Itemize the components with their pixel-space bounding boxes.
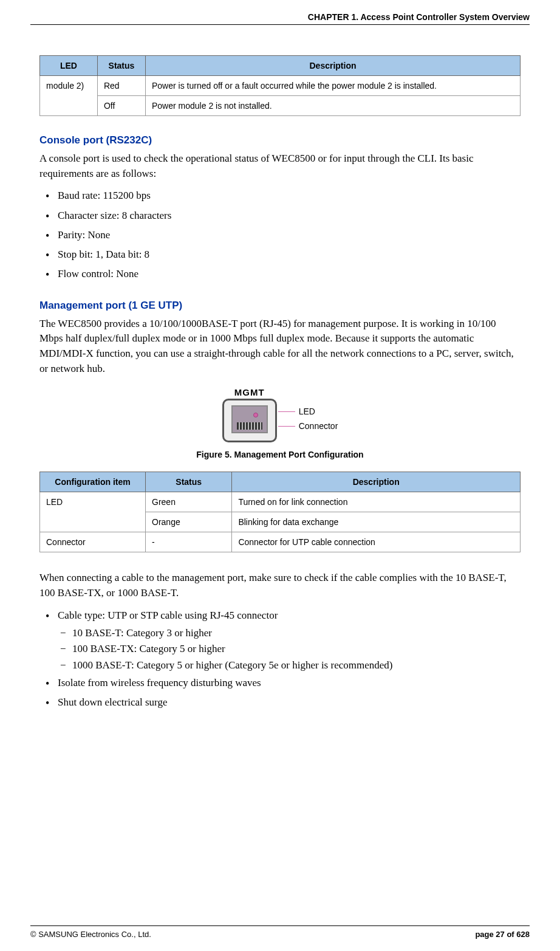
list-item: Isolate from wireless frequency disturbi…	[58, 673, 521, 693]
table-cell: Green	[146, 492, 232, 512]
rj45-port-icon	[222, 399, 277, 442]
console-port-intro: A console port is used to check the oper…	[39, 151, 521, 181]
port-label: MGMT	[222, 387, 277, 397]
table-cell: Connector for UTP cable connection	[232, 532, 521, 552]
list-item-text: Cable type: UTP or STP cable using RJ-45…	[58, 609, 278, 621]
mgmt-port-heading: Management port (1 GE UTP)	[39, 300, 521, 312]
list-item: Parity: None	[58, 225, 521, 245]
list-item: Cable type: UTP or STP cable using RJ-45…	[58, 606, 521, 673]
list-item: Shut down electrical surge	[58, 693, 521, 712]
table-header: Description	[232, 472, 521, 492]
table-cell: Blinking for data exchange	[232, 512, 521, 532]
mgmt-config-table: Configuration item Status Description LE…	[39, 472, 521, 552]
led-status-table: LED Status Description module 2) Red Pow…	[39, 55, 521, 116]
chapter-header: CHAPTER 1. Access Point Controller Syste…	[30, 12, 530, 25]
table-cell: Turned on for link connection	[232, 492, 521, 512]
list-item: Stop bit: 1, Data bit: 8	[58, 245, 521, 264]
rj45-pins-icon	[237, 422, 262, 430]
page-footer: © SAMSUNG Electronics Co., Ltd. page 27 …	[30, 925, 530, 939]
table-cell: LED	[40, 492, 146, 532]
figure-mgmt-port: MGMT LED Connector Figure 5. Management …	[39, 387, 521, 459]
footer-copyright: © SAMSUNG Electronics Co., Ltd.	[30, 930, 151, 939]
list-item: 10 BASE-T: Category 3 or higher	[72, 625, 521, 641]
table-cell: Connector	[40, 532, 146, 552]
cable-note: When connecting a cable to the managemen…	[39, 571, 521, 600]
table-header: Status	[97, 56, 145, 76]
table-cell: Power is turned off or a fault occurred …	[146, 76, 521, 96]
footer-page-number: page 27 of 628	[475, 930, 530, 939]
figure-caption: Figure 5. Management Port Configuration	[39, 450, 521, 459]
cable-sublist: 10 BASE-T: Category 3 or higher 100 BASE…	[58, 625, 521, 673]
table-cell: -	[146, 532, 232, 552]
table-cell: Red	[97, 76, 145, 96]
table-header: Description	[146, 56, 521, 76]
list-item: Character size: 8 characters	[58, 206, 521, 225]
table-cell: Orange	[146, 512, 232, 532]
table-cell: Power module 2 is not installed.	[146, 96, 521, 116]
list-item: 1000 BASE-T: Category 5 or higher (Categ…	[72, 657, 521, 673]
callout-connector: Connector	[282, 421, 338, 431]
table-header: Status	[146, 472, 232, 492]
mgmt-port-intro: The WEC8500 provides a 10/100/1000BASE-T…	[39, 317, 521, 377]
led-dot-icon	[253, 413, 258, 417]
table-cell: module 2)	[40, 76, 98, 116]
table-row: Off Power module 2 is not installed.	[40, 96, 521, 116]
list-item: 100 BASE-TX: Category 5 or higher	[72, 641, 521, 657]
cable-requirements-list: Cable type: UTP or STP cable using RJ-45…	[39, 606, 521, 713]
table-row: LED Green Turned on for link connection	[40, 492, 521, 512]
table-row: Connector - Connector for UTP cable conn…	[40, 532, 521, 552]
table-header: LED	[40, 56, 98, 76]
list-item: Flow control: None	[58, 264, 521, 284]
console-port-heading: Console port (RS232C)	[39, 134, 521, 146]
table-row: module 2) Red Power is turned off or a f…	[40, 76, 521, 96]
list-item: Baud rate: 115200 bps	[58, 186, 521, 205]
callout-led: LED	[282, 407, 338, 416]
table-cell: Off	[97, 96, 145, 116]
console-requirements-list: Baud rate: 115200 bps Character size: 8 …	[39, 186, 521, 284]
table-header: Configuration item	[40, 472, 146, 492]
